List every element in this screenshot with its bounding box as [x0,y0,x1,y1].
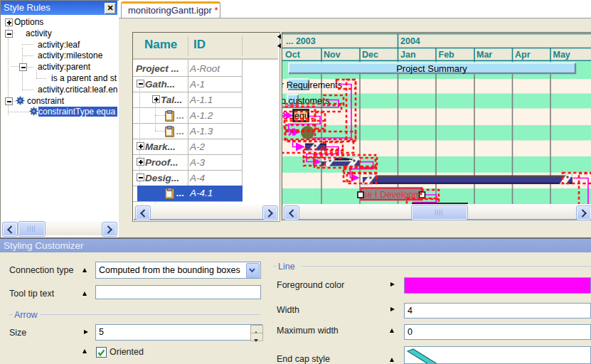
svg-text:Feb: Feb [439,50,455,60]
svg-text:Jan: Jan [400,50,416,60]
svg-text:Dec: Dec [362,50,378,60]
svg-text:2004: 2004 [400,36,420,46]
svg-text:Oct: Oct [285,50,301,60]
svg-text:... 2003: ... 2003 [286,36,316,46]
svg-text:r Requirements: r Requirements [282,80,342,90]
svg-text:o customers: o customers [282,96,330,106]
svg-text:May: May [553,50,570,60]
svg-text:Nov: Nov [324,50,341,60]
svg-text:Apr: Apr [515,50,531,60]
svg-text:se I Developm: se I Developm [363,189,421,200]
svg-text:Project Summary: Project Summary [396,63,467,74]
svg-text:Mar: Mar [476,50,492,60]
